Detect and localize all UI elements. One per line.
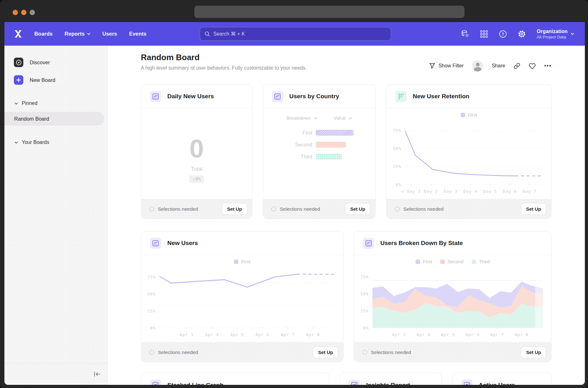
card-header: Users by Country — [263, 85, 375, 108]
data-management-icon[interactable] — [461, 30, 469, 38]
card-footer: Selections needed Set Up — [263, 199, 375, 219]
card-body: First 75%50%25%0%< Day 1Day 2Day 3Day 4D… — [387, 108, 551, 199]
sidebar-item-discover[interactable]: Discover — [4, 58, 108, 67]
card-title: Insights Report — [366, 382, 410, 385]
apps-grid-icon[interactable] — [480, 30, 488, 38]
svg-text:Apr 4: Apr 4 — [205, 332, 219, 337]
sidebar-section-label: Your Boards — [22, 140, 49, 145]
org-project: All Project Data — [537, 35, 568, 39]
status-text: Selections needed — [362, 350, 411, 355]
nav-item-reports-label: Reports — [65, 31, 85, 37]
legend-swatch — [461, 113, 465, 117]
line-chart-icon — [363, 238, 374, 249]
retention-grid-icon — [395, 91, 406, 102]
svg-text:25%: 25% — [147, 309, 156, 313]
org-switcher[interactable]: Organization All Project Data — [537, 28, 574, 39]
svg-text:50%: 50% — [393, 146, 401, 151]
value-dropdown[interactable]: Value — [334, 115, 352, 121]
legend-item: First — [234, 259, 250, 264]
nav-item-reports[interactable]: Reports — [65, 31, 90, 37]
sidebar-item-random-board[interactable]: Random Board — [4, 112, 104, 126]
search-input[interactable]: Search ⌘ + K — [200, 27, 391, 41]
sidebar-section-your-boards[interactable]: Your Boards — [4, 139, 108, 146]
copy-link-button[interactable] — [514, 63, 520, 69]
card-body: First 75%50%25%0%Apr 3Apr 4Apr 5Apr 6Apr… — [141, 255, 343, 342]
set-up-button[interactable]: Set Up — [521, 346, 546, 358]
line-chart-icon — [150, 91, 161, 102]
card-body: Breakdown Value First — [263, 108, 375, 199]
card-title: Users by Country — [289, 93, 339, 100]
chart-legend: First Second Third — [354, 259, 551, 264]
card-body: First Second Third 75%50%25%0%Apr 3A — [354, 255, 551, 342]
org-name: Organization — [537, 28, 568, 35]
address-bar[interactable] — [194, 6, 464, 18]
set-up-button[interactable]: Set Up — [345, 203, 370, 215]
status-text: Selections needed — [149, 206, 198, 212]
legend-swatch — [416, 260, 420, 264]
chart-legend: First — [387, 112, 551, 117]
set-up-button[interactable]: Set Up — [521, 203, 546, 215]
app-body: Discover New Board Pinned Random Board Y… — [4, 46, 585, 385]
card-title: Active Users — [479, 382, 515, 385]
svg-text:Day 4: Day 4 — [464, 189, 477, 194]
sidebar-section-pinned[interactable]: Pinned — [4, 100, 108, 107]
bar-row: First — [263, 130, 375, 136]
window-close-button[interactable] — [13, 10, 18, 15]
svg-text:0%: 0% — [363, 326, 369, 330]
window-chrome — [0, 0, 588, 22]
svg-text:Apr 3: Apr 3 — [180, 332, 193, 337]
card-header: New User Retention — [387, 85, 551, 108]
nav-item-boards-label: Boards — [34, 31, 53, 37]
legend-label: Third — [479, 259, 490, 264]
set-up-button[interactable]: Set Up — [313, 346, 338, 358]
bar-row: Second — [263, 142, 375, 148]
card-header: Stacked Line Graph — [141, 373, 329, 385]
sidebar-item-new-board[interactable]: New Board — [4, 75, 108, 85]
chevron-down-icon — [14, 141, 18, 144]
nav-item-users[interactable]: Users — [102, 31, 117, 37]
card-new-user-retention: New User Retention First 75%50%25%0%< Da… — [386, 84, 551, 219]
card-footer: Selections needed Set Up — [354, 342, 551, 362]
svg-text:Apr 5: Apr 5 — [441, 332, 455, 337]
card-new-users: New Users First 75%50%25%0%Apr 3Apr 4Apr… — [141, 231, 343, 362]
breakdown-dropdown[interactable]: Breakdown — [286, 115, 317, 121]
share-button[interactable]: Share — [492, 63, 505, 69]
card-footer: Selections needed Set Up — [141, 199, 252, 219]
legend-label: First — [468, 112, 477, 117]
window-zoom-button[interactable] — [30, 10, 35, 15]
card-users-by-state: Users Broken Down By State First Second — [354, 231, 551, 362]
nav-item-events[interactable]: Events — [129, 31, 147, 37]
card-footer: Selections needed Set Up — [141, 342, 343, 362]
help-icon[interactable]: ? — [499, 30, 507, 38]
card-insights-report: Insights Report — [340, 373, 442, 385]
favorite-button[interactable] — [529, 63, 536, 69]
kpi-delta-badge: ↑0% — [189, 175, 204, 183]
show-filter-label: Show Filter — [438, 63, 464, 69]
set-up-button[interactable]: Set Up — [222, 203, 247, 215]
mixpanel-logo-icon[interactable] — [14, 30, 22, 38]
avatar[interactable] — [472, 60, 483, 71]
line-chart-icon — [150, 379, 161, 385]
card-active-users: Active Users — [452, 373, 551, 385]
retention-line-chart: First 75%50%25%0%< Day 1Day 2Day 3Day 4D… — [387, 108, 551, 199]
nav-item-events-label: Events — [129, 31, 147, 37]
chevron-down-icon — [571, 33, 574, 35]
collapse-sidebar-icon[interactable] — [94, 371, 101, 378]
status-circle-icon — [149, 207, 154, 211]
window-minimize-button[interactable] — [21, 10, 26, 15]
nav-right: ? Organization All Project Data — [461, 22, 585, 46]
settings-gear-icon[interactable] — [518, 30, 526, 38]
card-header: Daily New Users — [141, 85, 252, 108]
legend-item: Third — [472, 259, 490, 264]
nav-item-boards[interactable]: Boards — [34, 31, 53, 37]
bar-third — [316, 154, 342, 160]
card-title: Stacked Line Graph — [167, 382, 223, 385]
sidebar: Discover New Board Pinned Random Board Y… — [4, 46, 108, 385]
show-filter-button[interactable]: Show Filter — [429, 63, 464, 69]
new-users-line-chart: First 75%50%25%0%Apr 3Apr 4Apr 5Apr 6Apr… — [141, 255, 343, 342]
placeholder-bar-chart: First Second Third — [263, 130, 375, 160]
sidebar-item-label: New Board — [30, 77, 55, 83]
svg-text:Apr 8: Apr 8 — [515, 332, 528, 337]
svg-text:Apr 5: Apr 5 — [230, 332, 244, 337]
bar-label: Second — [263, 142, 312, 148]
